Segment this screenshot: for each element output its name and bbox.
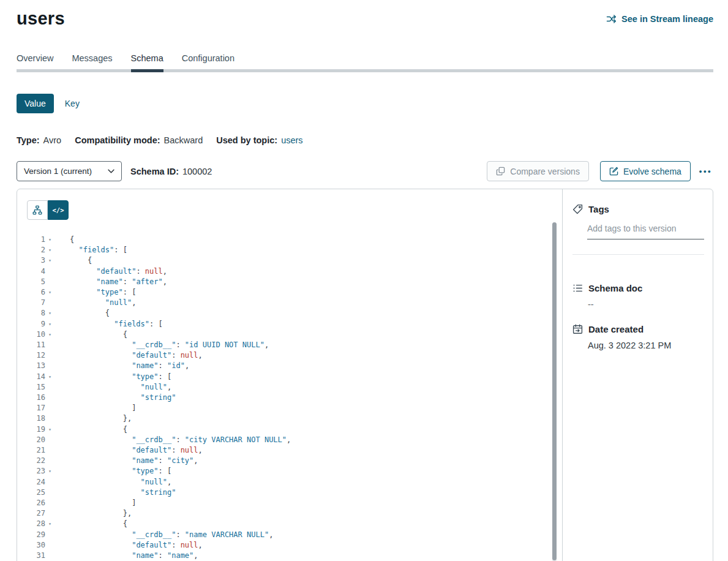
code-line: 18 }, [27,413,562,424]
tab-messages[interactable]: Messages [72,53,112,72]
fold-arrow-icon[interactable]: ▾ [45,466,54,476]
code-line: 6▾ "type": [ [27,287,562,298]
line-number: 25 [27,488,45,498]
fold-arrow-icon[interactable]: ▾ [45,424,54,435]
line-number: 2 [27,245,45,255]
code-text: "type": [ [54,466,171,476]
fold-arrow-icon[interactable]: ▾ [45,319,54,329]
code-scrollbar-thumb[interactable] [552,222,557,560]
fold-spacer [45,435,54,445]
schema-doc-value: -- [588,299,704,309]
stream-lineage-link[interactable]: See in Stream lineage [606,14,713,24]
schema-detail-panel: </> 1▾{2▾ "fields": [3▾ {4 "default": nu… [17,189,713,561]
line-number: 8 [27,308,45,318]
fold-spacer [45,530,54,540]
code-text: { [54,255,92,266]
fold-spacer [45,393,54,403]
code-line: 31 "name": "name", [27,551,562,561]
code-line: 14▾ "type": [ [27,372,562,382]
tab-overview[interactable]: Overview [17,53,53,72]
line-number: 24 [27,477,45,488]
tree-view-icon [32,205,42,215]
fold-arrow-icon[interactable]: ▾ [45,372,54,382]
fold-spacer [45,361,54,371]
schema-json-editor: 1▾{2▾ "fields": [3▾ {4 "default": null,5… [27,235,562,561]
fold-arrow-icon[interactable]: ▾ [45,255,54,266]
code-text: "name": "after", [54,277,167,287]
tags-section: Tags [572,204,704,255]
fold-arrow-icon[interactable]: ▾ [45,235,54,245]
code-text: "default": null, [54,350,203,361]
code-text: }, [54,413,132,424]
tag-icon [572,204,583,214]
code-text: { [54,329,127,340]
code-text: "__crdb__": "city VARCHAR NOT NULL", [54,435,291,445]
code-line: 12 "default": null, [27,350,562,361]
version-select[interactable]: Version 1 (current) [17,161,122,181]
fold-spacer [45,350,54,361]
code-text: }, [54,508,132,519]
key-toggle-button[interactable]: Key [62,94,82,113]
tab-configuration[interactable]: Configuration [182,53,235,72]
topic-label: Used by topic: [216,135,277,145]
schema-id-value: 100002 [182,167,212,176]
line-number: 23 [27,466,45,476]
schema-doc-title: Schema doc [588,283,642,293]
compare-versions-button[interactable]: Compare versions [487,161,589,181]
code-text: "__crdb__": "id UUID NOT NULL", [54,340,269,350]
line-number: 3 [27,255,45,266]
line-number: 10 [27,329,45,340]
fold-spacer [45,498,54,508]
value-toggle-button[interactable]: Value [17,94,54,113]
line-number: 15 [27,382,45,393]
topic-link[interactable]: users [281,135,302,145]
line-number: 31 [27,551,45,561]
line-number: 19 [27,424,45,435]
code-line: 21 "default": null, [27,445,562,456]
code-line: 27 }, [27,508,562,519]
active-tab-underline [131,69,163,72]
tags-input[interactable] [587,220,704,239]
fold-spacer [45,488,54,498]
fold-spacer [45,477,54,488]
fold-spacer [45,508,54,519]
tab-schema[interactable]: Schema [131,53,163,72]
fold-arrow-icon[interactable]: ▾ [45,308,54,318]
fold-spacer [45,277,54,287]
compatibility-label: Compatibility mode: [75,135,160,145]
code-line: 15 "null", [27,382,562,393]
fold-spacer [45,456,54,466]
code-line: 5 "name": "after", [27,277,562,287]
fold-arrow-icon[interactable]: ▾ [45,519,54,529]
code-line: 24 "null", [27,477,562,488]
date-created-section: Date created Aug. 3 2022 3:21 PM [572,324,704,350]
code-line: 4 "default": null, [27,266,562,277]
evolve-schema-label: Evolve schema [623,167,681,176]
fold-arrow-icon[interactable]: ▾ [45,287,54,298]
code-text: { [54,235,74,245]
tree-view-button[interactable] [27,200,48,220]
code-line: 2▾ "fields": [ [27,245,562,255]
code-line: 7 "null", [27,298,562,308]
code-text: "name": "id", [54,361,189,371]
line-number: 26 [27,498,45,508]
schema-doc-header: Schema doc [572,283,704,293]
list-icon [572,283,583,293]
date-created-title: Date created [588,324,644,334]
fold-arrow-icon[interactable]: ▾ [45,329,54,340]
code-line: 22 "name": "city", [27,456,562,466]
line-number: 9 [27,319,45,329]
line-number: 11 [27,340,45,350]
code-line: 11 "__crdb__": "id UUID NOT NULL", [27,340,562,350]
tab-track [17,69,713,72]
evolve-schema-button[interactable]: Evolve schema [600,161,691,181]
code-line: 8▾ { [27,308,562,318]
code-text: "default": null, [54,540,203,551]
schema-doc-section: Schema doc -- [572,283,704,309]
code-line: 28▾ { [27,519,562,529]
fold-arrow-icon[interactable]: ▾ [45,245,54,255]
code-view-button[interactable]: </> [48,200,69,220]
code-line: 10▾ { [27,329,562,340]
code-text: { [54,308,110,318]
more-options-button[interactable]: ••• [698,163,713,179]
